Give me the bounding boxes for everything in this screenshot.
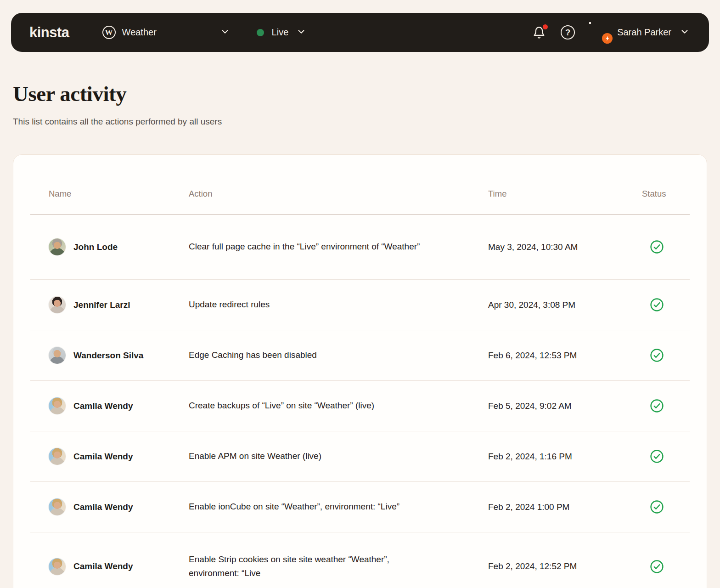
- success-check-icon: [650, 348, 664, 362]
- user-menu[interactable]: Sarah Parker: [590, 23, 690, 42]
- site-selector-label: Weather: [122, 27, 157, 38]
- action-cell: Enable APM on site Weather (live): [189, 449, 440, 463]
- chevron-down-icon: [296, 27, 306, 39]
- column-header-status: Status: [642, 189, 690, 199]
- table-row: Camila Wendy Enable APM on site Weather …: [30, 431, 690, 482]
- table-row: Jennifer Larzi Update redirect rules Apr…: [30, 280, 690, 330]
- avatar: [49, 498, 66, 515]
- user-name-cell: John Lode: [30, 238, 189, 255]
- user-avatar-wrap: [590, 23, 609, 42]
- action-cell: Update redirect rules: [189, 298, 440, 311]
- column-header-name: Name: [30, 189, 189, 199]
- success-check-icon: [650, 449, 664, 464]
- help-icon: ?: [561, 25, 575, 40]
- column-header-time: Time: [488, 189, 642, 199]
- status-cell: [642, 298, 690, 312]
- top-navbar: kinsta W Weather Live ?: [11, 13, 709, 52]
- help-button[interactable]: ?: [561, 25, 575, 40]
- time-cell: May 3, 2024, 10:30 AM: [488, 242, 642, 252]
- user-name: Sarah Parker: [617, 27, 671, 38]
- page-subtitle: This list contains all the actions perfo…: [13, 117, 707, 127]
- row-user-name: Jennifer Larzi: [73, 300, 130, 310]
- notification-dot-icon: [543, 24, 548, 29]
- avatar: [49, 558, 66, 575]
- user-name-cell: Wanderson Silva: [30, 347, 189, 364]
- status-cell: [642, 449, 690, 464]
- row-user-name: John Lode: [73, 242, 118, 252]
- avatar: [49, 238, 66, 255]
- row-user-name: Camila Wendy: [73, 452, 133, 462]
- success-check-icon: [650, 560, 664, 574]
- avatar: [49, 448, 66, 465]
- status-cell: [642, 500, 690, 514]
- avatar: [49, 296, 66, 313]
- kinsta-logo: kinsta: [29, 24, 69, 41]
- table-row: Camila Wendy Enable Strip cookies on sit…: [30, 532, 690, 588]
- chevron-down-icon: [220, 27, 230, 39]
- success-check-icon: [650, 399, 664, 413]
- time-cell: Feb 2, 2024, 12:52 PM: [488, 561, 642, 571]
- table-body: John Lode Clear full page cache in the “…: [30, 215, 690, 588]
- lightning-badge-icon: [602, 33, 613, 44]
- page-title: User activity: [13, 81, 707, 106]
- success-check-icon: [650, 298, 664, 312]
- action-cell: Create backups of “Live” on site “Weathe…: [189, 399, 440, 413]
- table-row: John Lode Clear full page cache in the “…: [30, 215, 690, 280]
- time-cell: Apr 30, 2024, 3:08 PM: [488, 300, 642, 310]
- status-cell: [642, 240, 690, 254]
- time-cell: Feb 2, 2024 1:00 PM: [488, 502, 642, 512]
- navbar-right-group: ? Sarah Parker: [533, 23, 690, 42]
- status-cell: [642, 399, 690, 413]
- time-cell: Feb 5, 2024, 9:02 AM: [488, 401, 642, 411]
- avatar: [49, 347, 66, 364]
- notifications-button[interactable]: [533, 26, 546, 39]
- user-name-cell: Camila Wendy: [30, 397, 189, 414]
- user-name-cell: Camila Wendy: [30, 448, 189, 465]
- action-cell: Edge Caching has been disabled: [189, 348, 440, 362]
- table-header-row: Name Action Time Status: [30, 155, 690, 215]
- site-selector-dropdown[interactable]: W Weather: [102, 26, 230, 39]
- table-row: Wanderson Silva Edge Caching has been di…: [30, 330, 690, 381]
- page-header: User activity This list contains all the…: [13, 81, 707, 127]
- status-cell: [642, 348, 690, 362]
- row-user-name: Wanderson Silva: [73, 351, 143, 361]
- row-user-name: Camila Wendy: [73, 561, 133, 571]
- environment-selector-dropdown[interactable]: Live: [257, 27, 307, 39]
- user-name-cell: Camila Wendy: [30, 558, 189, 575]
- action-cell: Enable Strip cookies on site site weathe…: [189, 553, 440, 581]
- time-cell: Feb 6, 2024, 12:53 PM: [488, 351, 642, 361]
- avatar: [49, 397, 66, 414]
- row-user-name: Camila Wendy: [73, 502, 133, 512]
- user-name-cell: Jennifer Larzi: [30, 296, 189, 313]
- wordpress-icon: W: [102, 26, 116, 39]
- table-row: Camila Wendy Enable ionCube on site “Wea…: [30, 482, 690, 532]
- user-activity-card: Name Action Time Status John Lode Clear …: [13, 154, 707, 588]
- table-row: Camila Wendy Create backups of “Live” on…: [30, 381, 690, 431]
- success-check-icon: [650, 500, 664, 514]
- action-cell: Clear full page cache in the “Live” envi…: [189, 240, 440, 254]
- success-check-icon: [650, 240, 664, 254]
- chevron-down-icon: [680, 27, 690, 39]
- column-header-action: Action: [189, 189, 488, 199]
- status-cell: [642, 560, 690, 574]
- live-status-dot-icon: [257, 29, 264, 36]
- action-cell: Enable ionCube on site “Weather”, enviro…: [189, 500, 440, 514]
- environment-label: Live: [272, 27, 289, 38]
- row-user-name: Camila Wendy: [73, 401, 133, 411]
- time-cell: Feb 2, 2024, 1:16 PM: [488, 452, 642, 462]
- user-name-cell: Camila Wendy: [30, 498, 189, 515]
